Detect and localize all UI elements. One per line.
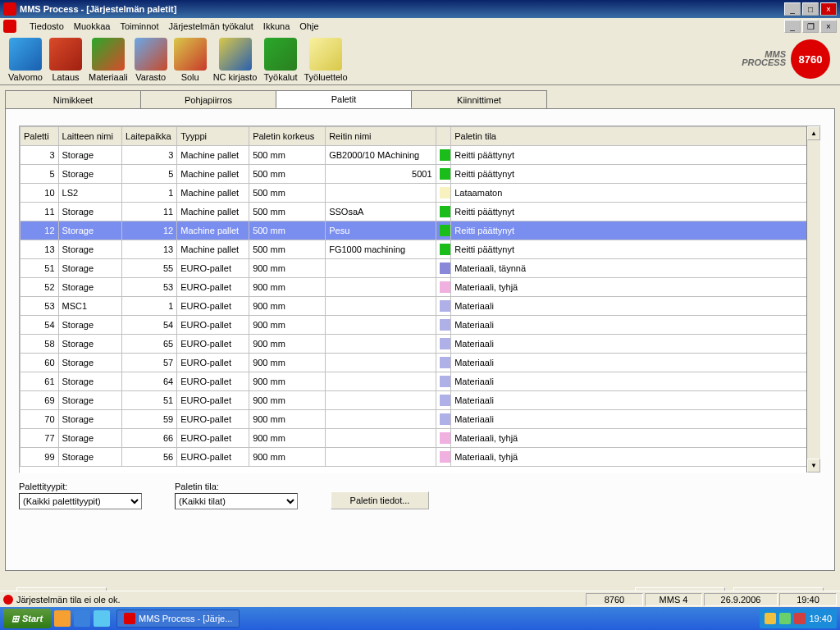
table-cell [436,259,451,278]
menu-window[interactable]: Ikkuna [263,21,290,31]
table-cell: Machine pallet [177,184,249,203]
table-row[interactable]: 51Storage55EURO-pallet900 mmMateriaali, … [21,259,820,278]
column-header[interactable]: Laitepaikka [122,127,177,146]
status-color-swatch [440,262,451,274]
minimize-button[interactable]: _ [784,2,801,16]
table-cell: 13 [21,240,59,259]
toolbar-label: Työkalut [263,72,297,82]
pallet-type-select[interactable]: (Kaikki palettityypit) [19,493,142,509]
tab-kiinnittimet[interactable]: Kiinnittimet [411,90,547,108]
column-header[interactable]: Paletin tila [451,127,820,146]
menu-system-tools[interactable]: Järjestelmän työkalut [169,21,253,31]
table-row[interactable]: 99Storage56EURO-pallet900 mmMateriaali, … [21,448,820,467]
status-color-swatch [440,187,451,199]
table-cell: Machine pallet [177,146,249,165]
mdi-close-button[interactable]: × [820,20,837,33]
toolbar-solu[interactable]: Solu [174,38,207,82]
table-cell: 56 [122,448,177,467]
table-row[interactable]: 52Storage53EURO-pallet900 mmMateriaali, … [21,278,820,297]
tab-pohjapiirros[interactable]: Pohjapiirros [140,90,276,108]
table-row[interactable]: 60Storage57EURO-pallet900 mmMateriaali [21,354,820,372]
toolbar-valvomo[interactable]: Valvomo [8,38,43,82]
toolbar-lataus[interactable]: Lataus [49,38,82,82]
start-button[interactable]: ⊞Start [3,609,51,628]
table-cell: MSC1 [58,297,122,316]
column-header[interactable]: Paletin korkeus [249,127,326,146]
menu-help[interactable]: Ohje [299,21,318,31]
table-cell: Materiaali, tyhjä [451,448,820,467]
table-row[interactable]: 12Storage12Machine pallet500 mmPesuReitt… [21,221,820,240]
table-row[interactable]: 69Storage51EURO-pallet900 mmMateriaali [21,391,820,410]
table-cell: Materiaali [451,354,820,372]
toolbar-label: NC kirjasto [213,72,258,82]
mdi-minimize-button[interactable]: _ [784,20,801,33]
toolbar-nc kirjasto[interactable]: NC kirjasto [213,38,258,82]
table-row[interactable]: 61Storage64EURO-pallet900 mmMateriaali [21,372,820,391]
table-cell: Storage [58,335,122,354]
table-cell [326,448,436,467]
table-cell: 99 [21,448,59,467]
app-icon [3,2,16,16]
table-cell: Materiaali [451,410,820,429]
toolbar-icon [309,38,342,71]
column-header[interactable]: Tyyppi [177,127,249,146]
toolbar-työkalut[interactable]: Työkalut [263,38,297,82]
table-row[interactable]: 11Storage11Machine pallet500 mmSSOsaARei… [21,203,820,221]
menu-edit[interactable]: Muokkaa [74,21,111,31]
column-header[interactable]: Laitteen nimi [58,127,122,146]
mdi-restore-button[interactable]: ❐ [802,20,819,33]
table-row[interactable]: 3Storage3Machine pallet500 mmGB2000/10 M… [21,146,820,165]
tab-nimikkeet[interactable]: Nimikkeet [5,90,141,108]
toolbar-työluettelo[interactable]: Työluettelo [304,38,347,82]
tray-icon[interactable] [794,613,806,624]
table-row[interactable]: 58Storage65EURO-pallet900 mmMateriaali [21,335,820,354]
toolbar-varasto[interactable]: Varasto [135,38,167,82]
pallet-details-button[interactable]: Paletin tiedot... [331,491,429,509]
table-cell: SSOsaA [326,203,436,221]
pallet-table[interactable]: PalettiLaitteen nimiLaitepaikkaTyyppiPal… [19,126,821,473]
pallet-state-select[interactable]: (Kaikki tilat) [175,493,298,509]
tray-icon[interactable] [765,613,776,624]
scroll-up-button[interactable]: ▲ [807,126,820,140]
toolbar-icon [174,38,207,71]
tab-paletit[interactable]: Paletit [276,90,412,108]
table-cell [436,429,451,448]
tray-icon[interactable] [779,613,791,624]
column-header[interactable] [436,127,451,146]
menu-file[interactable]: Tiedosto [30,21,64,31]
table-row[interactable]: 13Storage13Machine pallet500 mmFG1000 ma… [21,240,820,259]
table-row[interactable]: 77Storage66EURO-pallet900 mmMateriaali, … [21,429,820,448]
status-color-swatch [440,225,451,236]
table-cell [326,410,436,429]
table-row[interactable]: 53MSC11EURO-pallet900 mmMateriaali [21,297,820,316]
table-cell: 900 mm [249,259,326,278]
table-cell: Storage [58,448,122,467]
table-cell: Storage [58,316,122,335]
table-row[interactable]: 70Storage59EURO-pallet900 mmMateriaali [21,410,820,429]
quicklaunch-icon[interactable] [54,610,71,627]
toolbar-label: Varasto [135,72,166,82]
toolbar-materiaali[interactable]: Materiaali [89,38,128,82]
table-cell: 500 mm [249,221,326,240]
quicklaunch-icon[interactable] [94,610,110,627]
maximize-button[interactable]: □ [802,2,819,16]
status-color-swatch [440,357,451,368]
scroll-down-button[interactable]: ▼ [807,459,820,472]
taskbar-app-button[interactable]: MMS Process - [Järje... [116,609,240,628]
menu-actions[interactable]: Toiminnot [120,21,158,31]
table-row[interactable]: 5Storage5Machine pallet500 mm5001Reitti … [21,165,820,184]
table-cell: 53 [21,297,59,316]
toolbar-label: Työluettelo [304,72,347,82]
table-row[interactable]: 10LS21Machine pallet500 mmLataamaton [21,184,820,203]
column-header[interactable]: Paletti [21,127,59,146]
table-cell: Storage [58,240,122,259]
filter-row: Palettityypit: (Kaikki palettityypit) Pa… [19,482,821,509]
close-button[interactable]: × [820,2,837,16]
table-cell: Reitti päättynyt [451,221,820,240]
column-header[interactable]: Reitin nimi [326,127,436,146]
table-cell: 54 [21,316,59,335]
status-color-swatch [440,451,451,463]
quicklaunch-icon[interactable] [74,610,90,627]
table-row[interactable]: 54Storage54EURO-pallet900 mmMateriaali [21,316,820,335]
vertical-scrollbar[interactable]: ▲ ▼ [806,126,820,472]
